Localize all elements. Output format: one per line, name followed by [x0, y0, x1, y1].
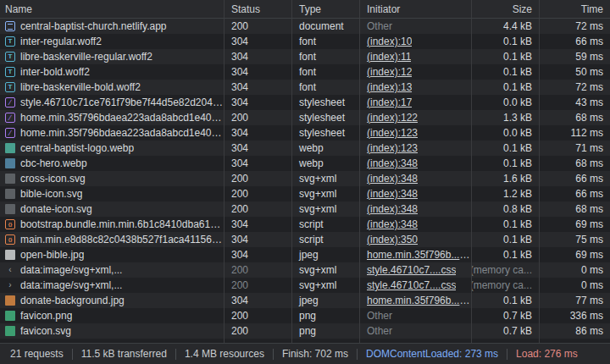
table-row[interactable]: favicon.png 200 png Other 0.7 kB 336 ms — [0, 308, 610, 323]
table-row[interactable]: ∕ home.min.35f796bdaea223ada8abcd1e402d2… — [0, 110, 610, 125]
image-preview-icon — [5, 250, 15, 260]
initiator-link[interactable]: (index):348 — [367, 217, 418, 232]
request-name: bible-icon.svg — [20, 186, 82, 201]
time-cell: 59 ms — [540, 49, 610, 64]
status-cell: 304 — [225, 49, 292, 64]
table-row[interactable]: T libre-baskerville-regular.woff2 304 fo… — [0, 49, 610, 64]
type-cell: svg+xml — [292, 201, 360, 217]
table-row[interactable]: T inter-bold.woff2 304 font (index):12 0… — [0, 64, 610, 80]
initiator-cell: (index):348 — [360, 171, 472, 186]
summary-divider — [357, 349, 358, 360]
network-summary-bar: 21 requests 11.5 kB transferred 1.4 MB r… — [0, 343, 610, 364]
table-row[interactable]: T libre-baskerville-bold.woff2 304 font … — [0, 80, 610, 95]
size-cell: 0.1 kB — [472, 247, 540, 262]
time-cell: 66 ms — [540, 171, 610, 186]
status-cell: 304 — [225, 217, 292, 232]
table-row[interactable]: ∕ style.46710c71ce761f79be7f44d5e82d2045… — [0, 95, 610, 110]
column-header-type[interactable]: Type — [292, 0, 360, 18]
initiator-link[interactable]: style.46710c7....css — [367, 262, 456, 278]
initiator-link[interactable]: (index):348 — [367, 156, 418, 171]
initiator-link[interactable]: (index):348 — [367, 186, 418, 201]
initiator-link[interactable]: (index):122 — [367, 110, 418, 125]
table-row[interactable]: favicon.svg 200 png Other 0.7 kB 86 ms — [0, 323, 610, 339]
name-cell: open-bible.jpg — [0, 247, 225, 262]
table-row[interactable]: cross-icon.svg 200 svg+xml (index):348 1… — [0, 171, 610, 186]
table-row[interactable]: T inter-regular.woff2 304 font (index):1… — [0, 34, 610, 49]
table-row[interactable]: central-baptist-logo.webp 304 webp (inde… — [0, 141, 610, 156]
table-row[interactable]: donate-background.jpg 304 jpeg home.min.… — [0, 293, 610, 308]
initiator-link[interactable]: (index):17 — [367, 95, 412, 110]
size-cell: 1.6 kB — [472, 171, 540, 186]
initiator-link[interactable]: (index):12 — [367, 64, 412, 80]
column-header-time[interactable]: Time — [540, 0, 610, 18]
initiator-text: Other — [367, 19, 392, 34]
name-cell: favicon.svg — [0, 323, 225, 339]
size-cell: 1.3 kB — [472, 110, 540, 125]
table-row[interactable]: open-bible.jpg 304 jpeg home.min.35f796b… — [0, 247, 610, 262]
status-cell: 304 — [225, 34, 292, 49]
image-preview-icon — [5, 143, 15, 153]
type-cell: font — [292, 80, 360, 95]
table-row[interactable]: {} bootstrap.bundle.min.min.6b1c8410dba6… — [0, 217, 610, 232]
table-row[interactable]: › data:image/svg+xml,... 200 svg+xml sty… — [0, 278, 610, 293]
initiator-link[interactable]: home.min.35f796b....css — [367, 247, 471, 262]
status-cell: 200 — [225, 308, 292, 323]
status-cell: 200 — [225, 278, 292, 293]
dom-content-loaded-time: DOMContentLoaded: 273 ms — [366, 348, 498, 360]
initiator-link[interactable]: style.46710c7....css — [367, 278, 456, 293]
name-cell: cbc-hero.webp — [0, 156, 225, 171]
resources-size: 1.4 MB resources — [185, 348, 264, 360]
initiator-cell: home.min.35f796b....css — [360, 247, 472, 262]
request-name: favicon.svg — [20, 323, 71, 339]
time-cell: 77 ms — [540, 293, 610, 308]
type-cell: stylesheet — [292, 110, 360, 125]
type-cell: font — [292, 49, 360, 64]
network-rows: central-baptist-church.netlify.app 200 d… — [0, 19, 610, 339]
type-cell: png — [292, 308, 360, 323]
chevron-right-preview-icon: › — [5, 280, 15, 290]
name-cell: T inter-bold.woff2 — [0, 64, 225, 80]
initiator-link[interactable]: (index):13 — [367, 80, 412, 95]
table-row[interactable]: central-baptist-church.netlify.app 200 d… — [0, 19, 610, 34]
initiator-link[interactable]: (index):350 — [367, 232, 418, 247]
table-filler — [0, 339, 610, 343]
request-name: central-baptist-church.netlify.app — [20, 19, 167, 34]
size-cell: 0.0 kB — [472, 125, 540, 141]
table-row[interactable]: cbc-hero.webp 304 webp (index):348 0.1 k… — [0, 156, 610, 171]
initiator-link[interactable]: (index):123 — [367, 125, 418, 141]
table-row[interactable]: bible-icon.svg 200 svg+xml (index):348 1… — [0, 186, 610, 201]
time-cell: 71 ms — [540, 141, 610, 156]
network-table-header: Name Status Type Initiator Size Time — [0, 0, 610, 19]
table-row[interactable]: ‹ data:image/svg+xml,... 200 svg+xml sty… — [0, 262, 610, 278]
table-row[interactable]: ∕ home.min.35f796bdaea223ada8abcd1e402d2… — [0, 125, 610, 141]
initiator-link[interactable]: home.min.35f796b....css — [367, 293, 471, 308]
initiator-link[interactable]: (index):348 — [367, 201, 418, 217]
column-header-name[interactable]: Name — [0, 0, 225, 18]
summary-divider — [507, 349, 507, 360]
table-row[interactable]: donate-icon.svg 200 svg+xml (index):348 … — [0, 201, 610, 217]
initiator-text: Other — [367, 308, 392, 323]
request-name: main.min.e8d88c82c0438b527f1aca4115652ba… — [20, 232, 224, 247]
column-header-status[interactable]: Status — [225, 0, 292, 18]
status-cell: 304 — [225, 125, 292, 141]
request-name: libre-baskerville-bold.woff2 — [20, 80, 141, 95]
column-header-size[interactable]: Size — [472, 0, 540, 18]
name-cell: ‹ data:image/svg+xml,... — [0, 262, 225, 278]
initiator-cell: (index):17 — [360, 95, 472, 110]
initiator-link[interactable]: (index):348 — [367, 171, 418, 186]
request-name: home.min.35f796bdaea223ada8abcd1e402d2ef… — [20, 110, 224, 125]
initiator-link[interactable]: (index):11 — [367, 49, 411, 64]
request-name: favicon.png — [20, 308, 72, 323]
initiator-link[interactable]: (index):10 — [367, 34, 412, 49]
name-cell: ∕ home.min.35f796bdaea223ada8abcd1e402d2… — [0, 125, 225, 141]
stylesheet-icon: ∕ — [5, 128, 15, 138]
initiator-cell: (index):10 — [360, 34, 472, 49]
request-name: open-bible.jpg — [20, 247, 84, 262]
table-row[interactable]: {} main.min.e8d88c82c0438b527f1aca411565… — [0, 232, 610, 247]
time-cell: 112 ms — [540, 125, 610, 141]
initiator-cell: style.46710c7....css — [360, 278, 472, 293]
network-panel: Name Status Type Initiator Size Time cen… — [0, 0, 610, 364]
initiator-cell: (index):11 — [360, 49, 472, 64]
initiator-link[interactable]: (index):123 — [367, 141, 418, 156]
column-header-initiator[interactable]: Initiator — [360, 0, 472, 18]
